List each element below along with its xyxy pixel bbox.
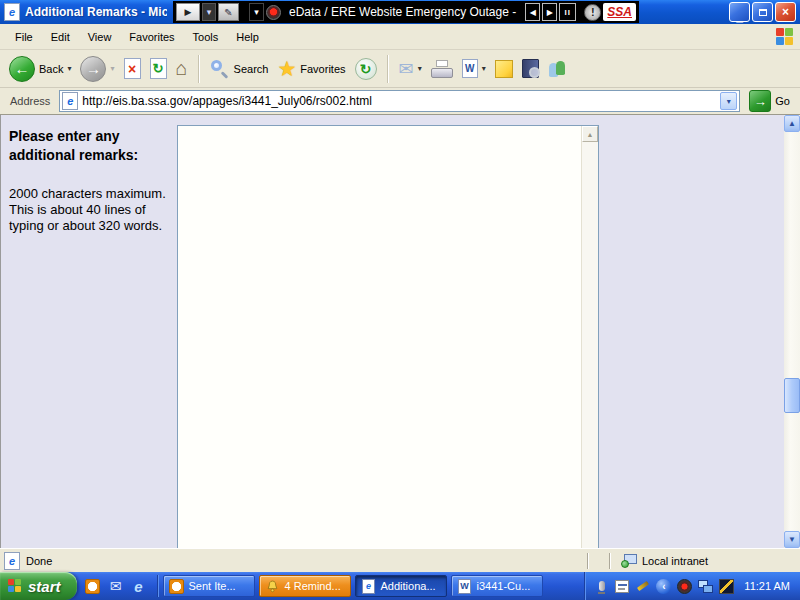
history-icon: ↻ (355, 58, 377, 80)
address-input[interactable]: e http://eis.ba.ssa.gov/appages/i3441_Ju… (59, 90, 740, 112)
print-button[interactable] (428, 58, 456, 80)
page-content: Please enter any additional remarks: 200… (0, 115, 800, 548)
taskbar-button-word-document[interactable]: W i3441-Cu... (451, 575, 543, 597)
menu-edit[interactable]: Edit (42, 28, 79, 46)
remarks-heading: Please enter any additional remarks: (9, 127, 171, 165)
restore-button[interactable] (752, 2, 773, 22)
recorder-options-dropdown[interactable]: ▾ (249, 3, 264, 21)
record-icon[interactable] (266, 5, 281, 20)
menu-tools[interactable]: Tools (184, 28, 228, 46)
word-icon: W (462, 59, 478, 78)
local-intranet-icon (621, 554, 637, 568)
search-button[interactable]: Search (207, 57, 272, 81)
research-button[interactable] (519, 57, 542, 80)
page-scroll-up-icon[interactable]: ▲ (784, 115, 800, 132)
edit-with-word-button[interactable]: W ▾ (459, 57, 489, 80)
ie-task-icon: e (361, 578, 377, 594)
tray-app-icon[interactable] (719, 579, 734, 594)
recorder-next-button[interactable]: ▶ (542, 3, 557, 21)
ssa-logo: SSA (603, 3, 636, 21)
edit-dropdown-icon: ▾ (482, 64, 486, 73)
menu-bar: File Edit View Favorites Tools Help (0, 24, 800, 50)
back-button[interactable]: ← Back ▾ (6, 54, 74, 84)
security-zone-label: Local intranet (642, 555, 708, 567)
textarea-scroll-up-icon[interactable]: ▲ (582, 126, 598, 142)
recorder-alert-button[interactable]: ! (584, 4, 601, 21)
messenger-people-icon (548, 60, 568, 78)
menu-help[interactable]: Help (227, 28, 268, 46)
address-bar: Address e http://eis.ba.ssa.gov/appages/… (0, 88, 800, 115)
status-page-icon: e (4, 552, 20, 570)
back-icon: ← (9, 56, 35, 82)
start-windows-flag-icon (8, 579, 23, 594)
textarea-scrollbar[interactable]: ▲ (581, 126, 598, 548)
window-title: Additional Remarks - Mic (25, 5, 167, 19)
page-scroll-down-icon[interactable]: ▼ (784, 531, 800, 548)
forward-icon: → (80, 56, 106, 82)
favorites-star-icon: ★ (277, 59, 296, 79)
page-scroll-thumb[interactable] (784, 378, 800, 413)
recorder-annotate-icon[interactable]: ✎ (218, 3, 239, 21)
language-bar-icon[interactable] (615, 580, 629, 593)
favorites-button[interactable]: ★ Favorites (274, 57, 348, 81)
menu-favorites[interactable]: Favorites (120, 28, 183, 46)
start-button[interactable]: start (0, 572, 77, 600)
address-dropdown-button[interactable]: ▾ (720, 92, 737, 110)
quicklaunch-internet-explorer-icon[interactable]: e (130, 577, 148, 595)
forward-dropdown-icon: ▾ (110, 64, 114, 73)
recorder-pause-button[interactable]: II (559, 3, 576, 21)
taskbar-clock[interactable]: 11:21 AM (744, 580, 790, 592)
search-icon (210, 59, 230, 79)
taskbar-divider (157, 575, 159, 597)
toolbar-separator (198, 55, 200, 83)
ie-window-icon: e (4, 3, 20, 21)
status-text: Done (26, 555, 52, 567)
research-book-icon (522, 59, 539, 78)
hide-icons-chevron-icon[interactable]: ‹ (656, 579, 671, 594)
taskbar-button-additional-remarks[interactable]: e Additiona... (355, 575, 447, 597)
status-separator (609, 553, 611, 569)
home-button[interactable]: ⌂ (173, 55, 191, 82)
go-arrow-icon: → (749, 90, 771, 112)
pen-icon[interactable] (635, 579, 650, 594)
quick-launch: ✉ e (84, 577, 148, 595)
taskbar: start ✉ e Sent Ite... 4 Remind... e Addi… (0, 572, 800, 600)
quicklaunch-outlook-express-icon[interactable]: ✉ (107, 577, 125, 595)
minimize-button[interactable]: _ (729, 2, 750, 22)
title-bar: e Additional Remarks - Mic ▶ ▾ ✎ ▾ eData… (0, 0, 800, 24)
messenger-button[interactable] (545, 58, 571, 80)
recorder-prev-button[interactable]: ◀ (525, 3, 540, 21)
microphone-icon[interactable] (594, 579, 609, 594)
taskbar-button-reminders[interactable]: 4 Remind... (259, 575, 351, 597)
mail-button[interactable]: ✉ ▾ (396, 56, 425, 82)
recorder-dropdown-button[interactable]: ▾ (202, 3, 216, 21)
sticky-note-icon (495, 60, 513, 78)
menu-file[interactable]: File (6, 28, 42, 46)
recording-tray-icon[interactable] (677, 579, 692, 594)
quicklaunch-outlook-reminder-icon[interactable] (84, 577, 102, 595)
forward-button[interactable]: → ▾ (77, 54, 117, 84)
status-separator (587, 553, 589, 569)
discuss-button[interactable] (492, 58, 516, 80)
close-button[interactable]: × (775, 2, 796, 22)
bell-icon (265, 578, 281, 594)
address-url: http://eis.ba.ssa.gov/appages/i3441_July… (82, 94, 716, 108)
back-dropdown-icon: ▾ (67, 64, 71, 73)
stop-button[interactable]: × (121, 56, 144, 81)
go-button[interactable]: → Go (745, 90, 794, 112)
clock-reminder-icon (169, 578, 185, 594)
home-icon: ⌂ (176, 57, 188, 80)
history-button[interactable]: ↻ (352, 56, 380, 82)
network-icon[interactable] (698, 579, 713, 594)
taskbar-button-sent-items[interactable]: Sent Ite... (163, 575, 255, 597)
system-tray: ‹ 11:21 AM (584, 572, 800, 600)
page-scrollbar[interactable]: ▲ ▼ (784, 115, 800, 548)
recorder-session-title: eData / ERE Website Emergency Outage - I… (289, 5, 517, 19)
recorder-play-button[interactable]: ▶ (176, 3, 200, 21)
stop-icon: × (124, 58, 141, 79)
refresh-button[interactable]: ↻ (147, 56, 170, 81)
menu-view[interactable]: View (79, 28, 121, 46)
remarks-textarea[interactable]: ▲ (177, 125, 599, 548)
address-label: Address (6, 95, 54, 107)
mail-dropdown-icon: ▾ (418, 64, 422, 73)
